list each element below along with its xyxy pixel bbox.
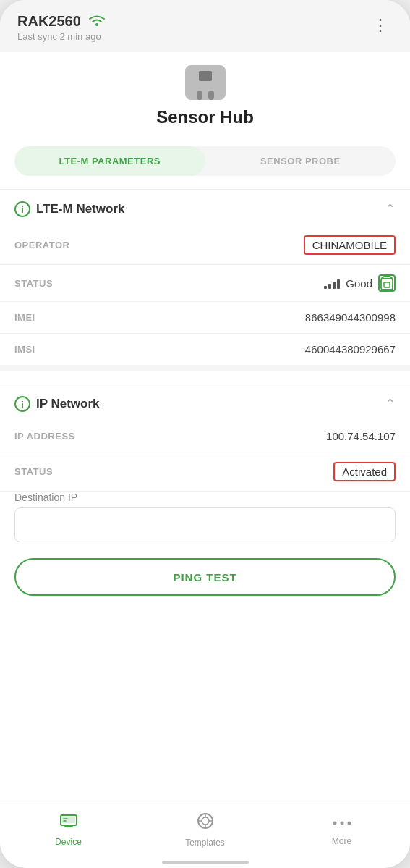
ip-status-row: STATUS Activated (0, 452, 410, 492)
nav-item-device[interactable]: Device (0, 812, 137, 847)
lte-status-row: STATUS Good (0, 265, 410, 302)
main-content: i LTE-M Network ⌃ OPERATOR CHINAMOBILE S… (0, 176, 410, 804)
lte-info-icon: i (14, 201, 30, 217)
svg-point-0 (95, 23, 98, 26)
device-name: RAK2560 (17, 13, 81, 30)
bottom-nav: Device Templates (0, 804, 410, 861)
signal-bar-3 (333, 282, 336, 289)
more-nav-label: More (332, 836, 351, 846)
svg-rect-2 (384, 282, 390, 287)
header-left: RAK2560 Last sync 2 min ago (17, 13, 107, 42)
operator-label: OPERATOR (14, 240, 69, 250)
ping-test-button[interactable]: PING TEST (14, 558, 396, 596)
device-leg-right (208, 91, 214, 100)
tabs-row: LTE-M PARAMETERS SENSOR PROBE (14, 146, 396, 176)
lte-network-section: i LTE-M Network ⌃ OPERATOR CHINAMOBILE S… (0, 189, 410, 365)
wifi-icon (87, 13, 107, 30)
more-button[interactable]: ⋮ (370, 13, 393, 38)
destination-ip-label: Destination IP (14, 492, 396, 503)
svg-point-15 (333, 822, 336, 825)
ip-address-row: IP ADDRESS 100.74.54.107 (0, 421, 410, 452)
destination-ip-input[interactable] (14, 507, 396, 542)
tab-sensor-probe[interactable]: SENSOR PROBE (205, 146, 396, 176)
section-divider (0, 365, 410, 371)
device-legs (197, 91, 214, 100)
operator-value: CHINAMOBILE (304, 235, 396, 255)
imei-row: IMEI 866349044300998 (0, 302, 410, 334)
svg-point-16 (340, 822, 343, 825)
lte-status-good: Good (346, 277, 372, 290)
ip-network-section: i IP Network ⌃ IP ADDRESS 100.74.54.107 … (0, 384, 410, 610)
ip-status-label: STATUS (14, 466, 53, 477)
signal-bar-4 (337, 279, 340, 289)
ip-chevron-up-icon[interactable]: ⌃ (385, 396, 396, 412)
signal-bar-1 (324, 286, 327, 289)
ip-network-title: IP Network (36, 397, 100, 411)
signal-bars-icon (324, 277, 340, 289)
device-icon-area: Sensor Hub (0, 52, 410, 135)
lte-header-left: i LTE-M Network (14, 201, 124, 217)
lte-network-header: i LTE-M Network ⌃ (0, 190, 410, 226)
tab-lte-m[interactable]: LTE-M PARAMETERS (14, 146, 205, 176)
svg-point-17 (347, 822, 351, 825)
svg-rect-4 (62, 817, 75, 823)
ip-address-value: 100.74.54.107 (326, 430, 396, 442)
imsi-value: 460044380929667 (305, 343, 396, 355)
imsi-row: IMSI 460044380929667 (0, 334, 410, 365)
device-nav-icon (59, 812, 79, 834)
nav-item-more[interactable]: More (273, 813, 410, 846)
device-screen (199, 71, 212, 81)
ip-header-left: i IP Network (14, 396, 100, 412)
device-leg-left (197, 91, 202, 100)
templates-nav-label: Templates (185, 838, 225, 848)
imsi-label: IMSI (14, 344, 35, 355)
lte-network-title: LTE-M Network (36, 202, 124, 216)
imei-value: 866349044300998 (305, 311, 396, 324)
phone-frame: RAK2560 Last sync 2 min ago ⋮ (0, 0, 410, 868)
device-nav-label: Device (55, 837, 82, 847)
ip-status-value: Activated (333, 462, 396, 481)
lte-chevron-up-icon[interactable]: ⌃ (385, 201, 396, 217)
ip-network-header: i IP Network ⌃ (0, 384, 410, 421)
more-nav-icon (333, 813, 351, 833)
signal-bar-2 (328, 284, 331, 289)
svg-point-10 (202, 817, 209, 825)
destination-ip-section: Destination IP (0, 492, 410, 549)
sim-card-icon (378, 274, 396, 292)
ping-test-container: PING TEST (0, 549, 410, 610)
lte-status-label: STATUS (14, 278, 53, 289)
nav-item-templates[interactable]: Templates (137, 812, 273, 848)
bottom-indicator (162, 861, 249, 864)
ip-info-icon: i (14, 396, 30, 412)
header-title-row: RAK2560 (17, 13, 107, 30)
imei-label: IMEI (14, 312, 35, 323)
device-icon (185, 65, 226, 100)
templates-nav-icon (196, 812, 215, 835)
header: RAK2560 Last sync 2 min ago ⋮ (0, 0, 410, 52)
device-title: Sensor Hub (156, 107, 254, 127)
operator-row: OPERATOR CHINAMOBILE (0, 226, 410, 265)
last-sync: Last sync 2 min ago (17, 31, 107, 42)
ip-address-label: IP ADDRESS (14, 431, 75, 442)
lte-status-value-row: Good (324, 274, 396, 292)
